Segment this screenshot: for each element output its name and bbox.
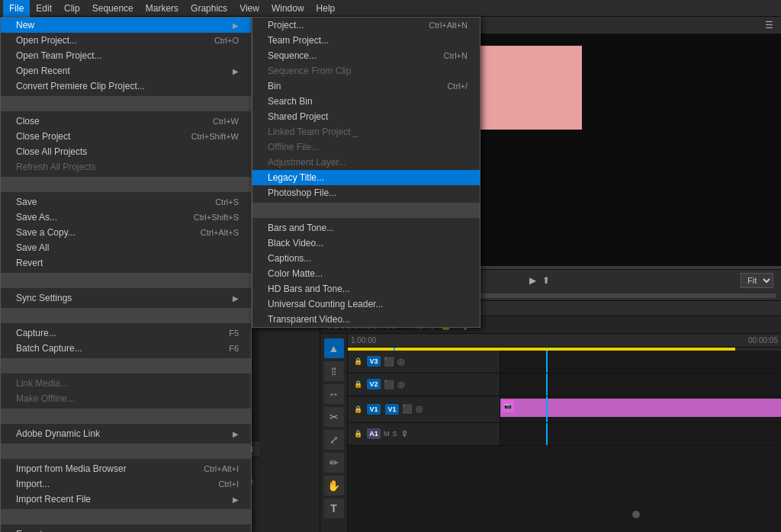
a1-target[interactable]: A1 <box>367 428 381 439</box>
new-sequence-from-clip: Sequence From Clip <box>252 63 480 79</box>
file-menu-open-team-project[interactable]: Open Team Project... <box>1 48 251 63</box>
menu-sequence[interactable]: Sequence <box>86 0 140 17</box>
ruler-start-label: 1:00:00 <box>351 336 376 345</box>
new-project[interactable]: Project... Ctrl+Alt+N <box>252 18 480 33</box>
v3-target[interactable]: V3 <box>367 356 381 367</box>
track-select-tool[interactable]: ⣿ <box>324 361 344 381</box>
file-menu-import-from-browser[interactable]: Import from Media Browser Ctrl+Alt+I <box>1 461 251 476</box>
new-black-video[interactable]: Black Video... <box>252 236 480 251</box>
track-v1-sync[interactable]: 🔒 <box>352 405 364 414</box>
v2-target[interactable]: V2 <box>367 379 381 389</box>
new-offline-file: Offline File... <box>252 139 480 155</box>
submenu-arrow-icon: ▶ <box>233 21 239 30</box>
pen-tool[interactable]: ✏ <box>324 453 344 473</box>
razor-tool[interactable]: ✂ <box>324 407 344 427</box>
file-menu-open-recent[interactable]: Open Recent ▶ <box>1 63 251 79</box>
file-menu-close-all[interactable]: Close All Projects <box>1 144 251 159</box>
menu-clip[interactable]: Clip <box>58 0 86 17</box>
file-menu-export[interactable]: Export ▶ <box>1 527 251 532</box>
track-v2-sync[interactable]: 🔒 <box>352 380 364 389</box>
track-a1-mic[interactable]: 🎙 <box>400 429 409 438</box>
monitor-settings-icon[interactable]: ☰ <box>765 20 773 30</box>
playhead-v3 <box>546 351 548 373</box>
track-a1-m[interactable]: M <box>384 430 390 437</box>
v1-source[interactable]: V1 <box>385 404 399 415</box>
export-icon[interactable]: ⬆ <box>542 275 550 286</box>
menu-graphics[interactable]: Graphics <box>185 0 233 17</box>
select-tool[interactable]: ▲ <box>324 338 344 358</box>
file-menu-capture[interactable]: Capture... F5 <box>1 325 251 341</box>
track-a1-label: 🔒 A1 M S 🎙 <box>348 423 500 445</box>
new-legacy-title[interactable]: Legacy Title... <box>252 170 480 185</box>
file-menu-import[interactable]: Import... Ctrl+I <box>1 476 251 492</box>
new-hd-bars-tone[interactable]: HD Bars and Tone... <box>252 281 480 296</box>
file-menu-make-offline: Make Offline... <box>1 391 251 406</box>
track-a1-sync[interactable]: 🔒 <box>352 429 364 438</box>
track-v3-eye[interactable]: ⬛ <box>384 357 394 367</box>
new-team-project[interactable]: Team Project... <box>252 33 480 48</box>
new-captions[interactable]: Captions... <box>252 251 480 266</box>
track-v2-camera[interactable]: ◎ <box>397 380 405 389</box>
new-shared-project[interactable]: Shared Project <box>252 109 480 124</box>
file-menu-save[interactable]: Save Ctrl+S <box>1 194 251 210</box>
file-menu-convert[interactable]: Convert Premiere Clip Project... <box>1 79 251 94</box>
v1-clip[interactable]: 📷 <box>500 399 781 417</box>
timeline-ruler[interactable]: 1:00:00 00:00:05 <box>348 334 781 348</box>
file-menu-save-all[interactable]: Save All <box>1 240 251 255</box>
file-menu-open-project[interactable]: Open Project... Ctrl+O <box>1 33 251 48</box>
fit-dropdown[interactable]: Fit <box>741 273 773 288</box>
v1-target[interactable]: V1 <box>367 404 381 415</box>
timeline-tracks-area: ▲ ⣿ ↔ ✂ ⤢ ✏ ✋ T <box>320 334 781 532</box>
menu-bar: File Edit Clip Sequence Markers Graphics… <box>0 0 781 17</box>
file-menu-dropdown: New ▶ Open Project... Ctrl+O Open Team P… <box>0 17 252 532</box>
separator-4 <box>1 308 251 323</box>
hand-tool[interactable]: ✋ <box>324 476 344 495</box>
file-menu-save-as[interactable]: Save As... Ctrl+Shift+S <box>1 210 251 225</box>
playhead-v2 <box>546 373 548 396</box>
separator-8 <box>1 509 251 524</box>
text-tool[interactable]: T <box>324 498 344 518</box>
file-menu-sync-settings[interactable]: Sync Settings ▶ <box>1 290 251 306</box>
ruler-end-label: 00:00:05 <box>748 336 778 345</box>
file-menu-close[interactable]: Close Ctrl+W <box>1 114 251 129</box>
track-v1-label: 🔒 V1 V1 ⬛ ◎ <box>348 396 500 422</box>
track-v2-label: 🔒 V2 ⬛ ◎ <box>348 373 500 396</box>
track-v1-eye[interactable]: ⬛ <box>402 404 413 414</box>
separator-new-1 <box>252 203 480 218</box>
new-bin[interactable]: Bin Ctrl+/ <box>252 79 480 94</box>
menu-edit[interactable]: Edit <box>30 0 58 17</box>
menu-window[interactable]: Window <box>265 0 310 17</box>
file-menu-save-copy[interactable]: Save a Copy... Ctrl+Alt+S <box>1 225 251 240</box>
file-menu-import-recent[interactable]: Import Recent File ▶ <box>1 492 251 507</box>
new-universal-leader[interactable]: Universal Counting Leader... <box>252 296 480 312</box>
left-panel: New ▶ Open Project... Ctrl+O Open Team P… <box>0 17 259 532</box>
menu-help[interactable]: Help <box>310 0 342 17</box>
track-v1-camera[interactable]: ◎ <box>416 404 423 414</box>
new-transparent-video[interactable]: Transparent Video... <box>252 312 480 327</box>
new-sequence[interactable]: Sequence... Ctrl+N <box>252 48 480 63</box>
file-menu-close-project[interactable]: Close Project Ctrl+Shift+W <box>1 129 251 144</box>
menu-file[interactable]: File <box>3 0 30 17</box>
menu-markers[interactable]: Markers <box>140 0 185 17</box>
track-a1-s[interactable]: S <box>393 430 397 437</box>
file-menu-dynamic-link[interactable]: Adobe Dynamic Link ▶ <box>1 426 251 441</box>
clip-icon: 📷 <box>502 400 514 412</box>
menu-view[interactable]: View <box>233 0 265 17</box>
new-color-matte[interactable]: Color Matte... <box>252 266 480 281</box>
track-v3-label: 🔒 V3 ⬛ ◎ <box>348 351 500 373</box>
file-menu-new[interactable]: New ▶ <box>1 18 251 33</box>
track-v3-camera[interactable]: ◎ <box>397 357 405 367</box>
file-menu-revert[interactable]: Revert <box>1 255 251 271</box>
ripple-edit-tool[interactable]: ↔ <box>324 384 344 404</box>
new-search-bin[interactable]: Search Bin <box>252 94 480 109</box>
new-bars-and-tone[interactable]: Bars and Tone... <box>252 220 480 236</box>
file-menu-batch-capture[interactable]: Batch Capture... F6 <box>1 341 251 356</box>
new-photoshop-file[interactable]: Photoshop File... <box>252 185 480 200</box>
play-icon[interactable]: ▶ <box>529 275 536 286</box>
track-v2-eye[interactable]: ⬛ <box>384 380 394 389</box>
slip-tool[interactable]: ⤢ <box>324 430 344 450</box>
separator-2 <box>1 177 251 192</box>
track-v3-sync[interactable]: 🔒 <box>352 357 364 366</box>
track-v3: 🔒 V3 ⬛ ◎ <box>348 351 781 373</box>
info-panel: Info E » <box>259 301 320 532</box>
